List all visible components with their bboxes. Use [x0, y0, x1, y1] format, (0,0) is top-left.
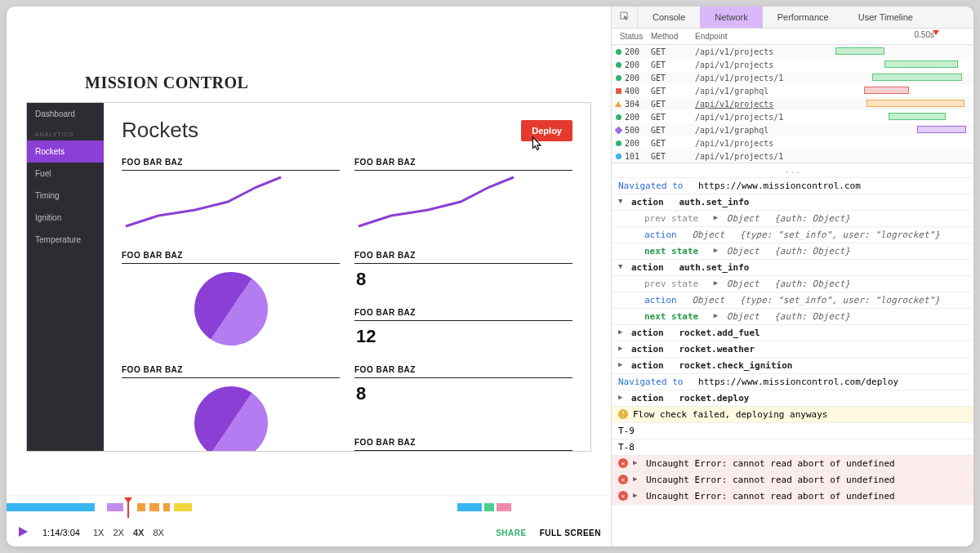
scrub-track[interactable] — [7, 496, 611, 519]
network-row[interactable]: 101GET/api/v1/projects/1 — [612, 149, 973, 163]
network-row[interactable]: 400GET/api/v1/graphql — [612, 84, 973, 97]
card-title: FOO BAR BAZ — [354, 365, 572, 378]
scrub-segment — [149, 503, 159, 511]
console-line: prev state ▶Object {auth: Object} — [612, 276, 973, 292]
card-pie-1: FOO BAR BAZ — [122, 251, 340, 354]
card-title: FOO BAR BAZ — [354, 158, 572, 171]
play-button[interactable] — [16, 525, 29, 540]
console-line[interactable]: ▼action auth.set_info — [612, 260, 973, 276]
playhead-marker[interactable] — [124, 497, 132, 503]
console-line[interactable]: ▶action rocket.deploy — [612, 390, 973, 407]
speed-controls: 1X 2X 4X 8X — [93, 528, 171, 537]
network-row[interactable]: 200GET/api/v1/projects — [612, 58, 973, 71]
console-line: action Object {type: "set_info", user: "… — [612, 292, 973, 309]
error-icon: ✕ — [618, 458, 628, 468]
inspect-icon[interactable] — [612, 7, 638, 28]
fullscreen-button[interactable]: FULL SCREEN — [540, 528, 601, 537]
card-num-12: FOO BAR BAZ 12 — [354, 308, 572, 354]
playback-time: 1:14/3:04 — [42, 528, 80, 537]
card-title: FOO BAR BAZ — [354, 251, 572, 264]
card-value: 12 — [354, 321, 572, 352]
card-value: 8 — [354, 378, 572, 409]
console-warning: !Flow check failed, deploying anyways — [612, 407, 973, 423]
pie-chart-icon — [180, 258, 282, 360]
main-panel: Rockets Deploy FOO BAR BAZ F — [104, 103, 590, 451]
scrub-segment — [484, 503, 494, 511]
sidebar: Dashboard ANALYTICS Rockets Fuel Timing … — [27, 103, 104, 451]
col-waterfall: 0.50s — [827, 32, 973, 41]
col-method: Method — [651, 32, 695, 41]
card-line-1: FOO BAR BAZ — [122, 158, 340, 239]
console-line: next state ▶Object {auth: Object} — [612, 309, 973, 325]
sidebar-item-ignition[interactable]: Ignition — [27, 207, 104, 229]
console-line[interactable]: ▼action auth.set_info — [612, 194, 973, 211]
tab-network[interactable]: Network — [700, 7, 762, 28]
network-row[interactable]: 200GET/api/v1/projects/1 — [612, 110, 973, 123]
scrub-segment — [497, 503, 511, 511]
sidebar-section-analytics: ANALYTICS — [27, 125, 104, 140]
line-chart-icon — [354, 171, 518, 236]
cards-grid: FOO BAR BAZ FOO BAR BAZ FOO BAR BAZ — [122, 158, 572, 451]
error-icon: ✕ — [618, 475, 628, 484]
network-row[interactable]: 200GET/api/v1/projects — [612, 45, 973, 58]
sidebar-item-dashboard[interactable]: Dashboard — [27, 103, 104, 125]
console-line[interactable]: ▶action rocket.add_fuel — [612, 325, 973, 341]
console-error[interactable]: ✕▶Uncaught Error: cannot read abort of u… — [612, 472, 973, 488]
console-line: action Object {type: "set_info", user: "… — [612, 227, 973, 243]
console-line: prev state ▶Object {auth: Object} — [612, 211, 973, 227]
card-title: FOO BAR BAZ — [122, 365, 340, 378]
tab-user-timeline[interactable]: User Timeline — [844, 7, 928, 28]
scrub-segment — [457, 503, 482, 511]
scrub-segment — [174, 503, 192, 511]
scrub-segment — [7, 503, 95, 511]
app-title: MISSION CONTROL — [85, 74, 591, 92]
network-rows: 200GET/api/v1/projects200GET/api/v1/proj… — [612, 45, 973, 163]
speed-4x[interactable]: 4X — [133, 528, 144, 537]
card-title: FOO BAR BAZ — [122, 251, 340, 264]
sidebar-item-rockets[interactable]: Rockets — [27, 140, 104, 163]
card-line-2: FOO BAR BAZ — [354, 158, 572, 239]
error-icon: ✕ — [618, 491, 628, 501]
card-title: FOO BAR BAZ — [354, 438, 572, 451]
network-header: Status Method Endpoint 0.50s — [612, 29, 973, 45]
console-line[interactable]: ▶action rocket.check_ignition — [612, 358, 973, 374]
tab-console[interactable]: Console — [638, 7, 700, 28]
tab-performance[interactable]: Performance — [763, 7, 844, 28]
col-endpoint: Endpoint — [695, 32, 827, 41]
console-line: T-8 — [612, 439, 973, 456]
page-heading: Rockets — [122, 118, 198, 143]
speed-8x[interactable]: 8X — [153, 528, 163, 537]
sidebar-item-temperature[interactable]: Temperature — [27, 229, 104, 251]
card-num-8a: FOO BAR BAZ 8 — [354, 251, 572, 297]
console-error[interactable]: ✕▶Uncaught Error: cannot read abort of u… — [612, 456, 973, 472]
cursor-icon — [528, 135, 546, 153]
network-row[interactable]: 200GET/api/v1/projects/1 — [612, 71, 973, 84]
console-line: T-9 — [612, 423, 973, 439]
scrub-segment — [137, 503, 145, 511]
card-num-8b: FOO BAR BAZ 8 — [354, 365, 572, 426]
network-row[interactable]: 304GET/api/v1/projects — [612, 97, 973, 110]
console-error[interactable]: ✕▶Uncaught Error: cannot read abort of u… — [612, 488, 973, 505]
play-icon — [16, 525, 29, 538]
ellipsis: ... — [612, 163, 973, 178]
network-row[interactable]: 200GET/api/v1/projects — [612, 136, 973, 149]
share-button[interactable]: SHARE — [496, 528, 527, 537]
col-status: Status — [612, 32, 651, 41]
console-line[interactable]: ▶action rocket.weather — [612, 341, 973, 358]
sidebar-item-fuel[interactable]: Fuel — [27, 163, 104, 185]
sidebar-item-timing[interactable]: Timing — [27, 185, 104, 207]
playback-bar: 1:14/3:04 1X 2X 4X 8X SHARE FULL SCREEN — [7, 495, 611, 546]
card-title: FOO BAR BAZ — [354, 308, 572, 321]
card-title: FOO BAR BAZ — [122, 158, 340, 171]
scrub-segment — [163, 503, 170, 511]
card-pie-2: FOO BAR BAZ — [122, 365, 340, 451]
time-marker: 0.50s — [915, 30, 934, 39]
card-value: 8 — [354, 264, 572, 295]
scrub-segment — [107, 503, 123, 511]
speed-2x[interactable]: 2X — [113, 528, 123, 537]
devtools-panel: Console Network Performance User Timelin… — [611, 7, 973, 546]
warning-icon: ! — [618, 409, 628, 419]
console-line: next state ▶Object {auth: Object} — [612, 243, 973, 260]
network-row[interactable]: 500GET/api/v1/graphql — [612, 123, 973, 136]
speed-1x[interactable]: 1X — [93, 528, 104, 537]
